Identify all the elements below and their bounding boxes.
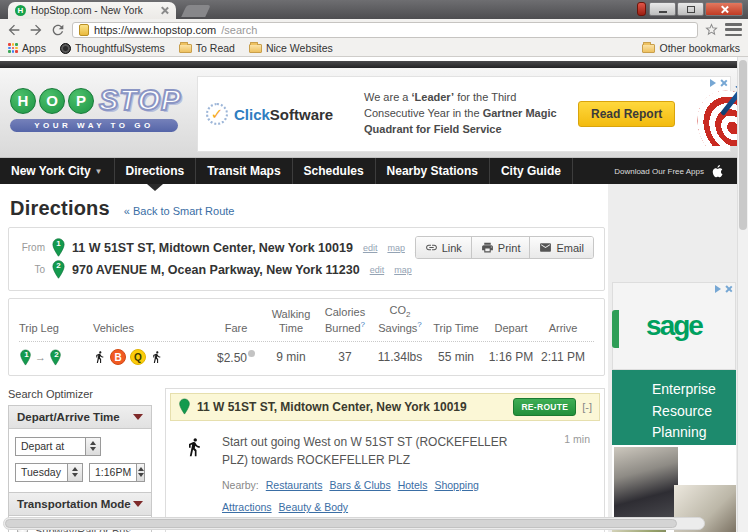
apps-grid-icon xyxy=(8,43,18,53)
vertical-scrollbar[interactable] xyxy=(737,57,748,532)
reroute-button[interactable]: RE-ROUTE xyxy=(513,398,576,416)
window-titlebar[interactable]: H HopStop.com - New York xyxy=(0,0,748,19)
nav-nearby-stations[interactable]: Nearby Stations xyxy=(376,158,490,184)
url-path: /search xyxy=(221,24,691,36)
nearby-link[interactable]: Attractions xyxy=(222,500,272,516)
calories-value: 37 xyxy=(317,350,373,364)
nearby-link[interactable]: Bars & Clubs xyxy=(329,478,390,494)
nearby-link[interactable]: Hotels xyxy=(398,478,428,494)
browser-tab[interactable]: H HopStop.com - New York xyxy=(8,2,176,19)
spinner-icon[interactable] xyxy=(67,464,82,481)
browser-menu-icon[interactable] xyxy=(725,23,742,36)
depart-arrive-panel-header[interactable]: Depart/Arrive Time xyxy=(9,406,151,429)
close-icon xyxy=(720,5,729,14)
clicksoftware-check-icon: ✓ xyxy=(206,103,228,125)
search-optimizer-title: Search Optimizer xyxy=(8,388,152,400)
email-button[interactable]: Email xyxy=(529,237,593,258)
minimize-icon xyxy=(659,11,667,13)
route-directions-panel: 11 W 51ST ST, Midtown Center, New York 1… xyxy=(165,388,605,532)
logo-stop: STOP xyxy=(99,84,181,117)
arrive-value: 2:11 PM xyxy=(537,350,589,364)
apple-icon xyxy=(710,163,725,180)
spinner-icon[interactable] xyxy=(136,464,144,481)
scrollbar-thumb[interactable] xyxy=(5,519,677,528)
apps-shortcut[interactable]: Apps xyxy=(8,42,46,54)
dart-target-graphic xyxy=(687,82,737,146)
hopstop-favicon: H xyxy=(15,5,26,16)
map-link[interactable]: map xyxy=(387,243,405,253)
help-icon[interactable]: ? xyxy=(361,320,365,329)
print-button[interactable]: Print xyxy=(471,237,530,258)
logo-letter: P xyxy=(68,88,94,114)
extension-icon[interactable] xyxy=(637,2,646,16)
route-step: Start out going West on W 51ST ST (ROCKE… xyxy=(184,433,590,517)
nearby-link[interactable]: Restaurants xyxy=(266,478,323,494)
nav-directions[interactable]: Directions xyxy=(115,158,197,184)
col-trip-leg: Trip Leg xyxy=(19,322,89,336)
window-maximize-button[interactable] xyxy=(677,2,704,16)
folder-icon xyxy=(642,44,655,53)
share-actions: Link Print Email xyxy=(415,236,594,259)
logo-letter: O xyxy=(39,88,65,114)
header-ad-banner[interactable]: ✓ ClickSoftware We are a ‘Leader’ for th… xyxy=(197,76,731,152)
bookmark-folder-to-read[interactable]: To Read xyxy=(179,42,235,54)
map-link[interactable]: map xyxy=(394,265,412,275)
tab-close-icon[interactable] xyxy=(160,6,169,15)
nearby-link[interactable]: Shopping xyxy=(434,478,478,494)
adchoices-icon[interactable] xyxy=(715,285,721,293)
right-rail: sage Enterprise Resource Planning xyxy=(608,184,737,532)
ad-copy: We are a ‘Leader’ for the Third Consecut… xyxy=(364,90,564,138)
site-nav: New York City ▼ Directions Transit Maps … xyxy=(0,158,737,184)
folder-icon xyxy=(179,44,192,53)
page-security-icon[interactable] xyxy=(79,24,89,36)
help-icon[interactable]: ? xyxy=(417,320,421,329)
info-icon[interactable] xyxy=(248,350,255,357)
back-button[interactable] xyxy=(6,22,22,38)
forward-button[interactable] xyxy=(28,22,44,38)
bookmark-folder-nice-websites[interactable]: Nice Websites xyxy=(249,42,333,54)
sage-ad-text: Enterprise Resource Planning xyxy=(612,370,736,445)
depart-mode-select[interactable]: Depart at xyxy=(15,437,101,456)
nav-schedules[interactable]: Schedules xyxy=(293,158,376,184)
summary-data-row[interactable]: 1 → 2 B Q $2.50 9 min 37 11.34lbs 55 min… xyxy=(19,342,594,366)
map-pin-icon: 1 xyxy=(19,349,32,366)
download-apps-link[interactable]: Download Our Free Apps xyxy=(614,163,737,180)
svg-text:2: 2 xyxy=(54,350,59,359)
new-tab-button[interactable] xyxy=(181,5,211,17)
horizontal-scrollbar[interactable] xyxy=(3,517,705,530)
scrollbar-thumb[interactable] xyxy=(739,60,747,230)
day-select[interactable]: Tuesday xyxy=(15,463,83,482)
edit-link[interactable]: edit xyxy=(370,265,385,275)
col-arrive: Arrive xyxy=(537,322,589,336)
email-icon xyxy=(539,241,552,254)
refresh-button[interactable] xyxy=(50,22,66,38)
nav-city-guide[interactable]: City Guide xyxy=(490,158,573,184)
bookmark-star-icon[interactable] xyxy=(704,22,719,37)
hopstop-logo[interactable]: H O P STOP YOUR WAY TO GO xyxy=(10,84,190,132)
time-select[interactable]: 1:16PM xyxy=(89,463,145,482)
window-close-button[interactable] xyxy=(705,2,743,16)
logo-tagline: YOUR WAY TO GO xyxy=(10,119,178,132)
summary-header-row: Trip Leg Vehicles Fare Walking Time Calo… xyxy=(19,304,594,342)
adchoices-icons[interactable] xyxy=(715,285,732,293)
trip-endpoints-panel: From 1 11 W 51ST ST, Midtown Center, New… xyxy=(8,227,605,291)
link-button[interactable]: Link xyxy=(416,237,471,258)
collapse-leg-link[interactable]: [-] xyxy=(582,401,592,413)
address-bar[interactable]: https://www.hopstop.com /search xyxy=(72,22,698,38)
ad-close-icon[interactable] xyxy=(724,285,732,293)
collapse-arrow-icon xyxy=(133,414,143,420)
nav-transit-maps[interactable]: Transit Maps xyxy=(196,158,292,184)
sage-ad[interactable]: sage Enterprise Resource Planning xyxy=(612,282,736,532)
other-bookmarks[interactable]: Other bookmarks xyxy=(642,42,740,54)
back-to-smart-route-link[interactable]: « Back to Smart Route xyxy=(124,205,235,217)
nav-city-selector[interactable]: New York City ▼ xyxy=(0,158,115,184)
side-tab-sliver[interactable] xyxy=(612,310,619,348)
read-report-button[interactable]: Read Report xyxy=(578,101,675,127)
edit-link[interactable]: edit xyxy=(363,243,378,253)
spinner-icon[interactable] xyxy=(85,438,100,455)
bookmark-thoughtfulsystems[interactable]: ThoughtfulSystems xyxy=(60,42,165,54)
nearby-link[interactable]: Beauty & Body xyxy=(279,500,348,516)
window-minimize-button[interactable] xyxy=(649,2,676,16)
transportation-mode-panel-header[interactable]: Transportation Mode xyxy=(9,492,151,516)
map-pin-icon: 1 xyxy=(51,238,66,257)
